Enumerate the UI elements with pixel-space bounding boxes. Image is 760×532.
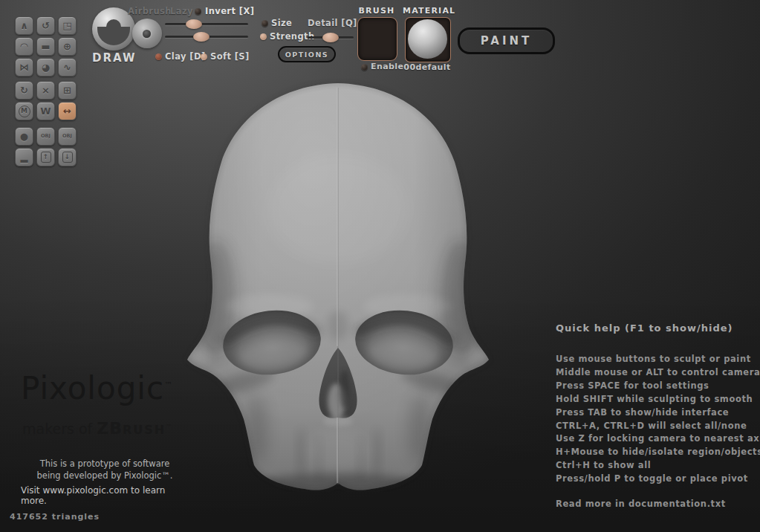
soft-label[interactable]: Soft [S] [210,51,250,62]
invert-radio[interactable] [195,8,201,15]
open-scene-button-icon: ↑ [41,152,51,163]
help-line: Press/hold P to toggle or place pivot [556,473,760,486]
save-scene-button[interactable]: ↓ [58,148,77,166]
material-sphere-icon [408,19,447,59]
pixologic-logo: Pixologic™ [21,370,173,406]
center-seam [337,88,338,484]
brush-alpha-box[interactable] [357,17,397,61]
triangle-count: 417652 triangles [10,512,100,522]
top-toolbar: DRAW Airbrush Lazy Invert [X] Size Detai… [0,0,760,82]
open-scene-button[interactable]: ↑ [36,148,55,166]
help-line: H+Mouse to hide/isolate region/objects [556,446,760,459]
import-obj-button-icon: OBJ [41,134,51,139]
brush-profile-icon [97,27,130,45]
save-scene-button-icon: ↓ [62,152,73,163]
logo-tm: ™ [164,380,173,390]
quick-help-footer: Read more in documentation.txt [556,499,760,509]
reduce-brush-tool-icon: ↻ [20,85,28,95]
strength-slider[interactable] [165,36,248,38]
detail-slider[interactable] [308,36,354,39]
brush-enable-label[interactable]: Enable [371,62,403,71]
clay-label[interactable]: Clay [D] [165,51,206,62]
soft-radio[interactable] [201,53,207,60]
clear-mesh-tool-icon: × [42,85,50,95]
help-line: Middle mouse or ALT to control camera [556,366,760,380]
help-line: CTRL+A, CTRL+D will select all/none [556,420,760,433]
quick-help-panel: Quick help (F1 to show/hide) Use mouse b… [556,322,760,509]
size-label[interactable]: Size [271,18,292,28]
symmetry-toggle-icon: ↔ [63,106,71,116]
mask-tool-icon: M [19,106,30,117]
new-sphere-button[interactable]: ● [15,127,33,146]
quick-help-title: Quick help (F1 to show/hide) [556,322,760,334]
airbrush-label[interactable]: Airbrush [128,6,172,16]
reduce-brush-tool[interactable]: ↻ [15,81,33,100]
brush-enable-radio[interactable] [361,64,368,71]
lazy-dot-icon [143,30,151,38]
size-radio[interactable] [262,20,268,27]
wireframe-toggle[interactable]: W [36,102,55,120]
lazy-brush-preview[interactable] [132,19,162,48]
grid-toggle-icon: ⊞ [63,85,71,95]
wireframe-toggle-icon: W [40,106,51,116]
skull-model[interactable] [178,79,498,492]
zbrush-tagline: makers of ZBRUSH™ [22,419,172,438]
material-box[interactable] [405,17,451,62]
app-window: ∧↺◳◠▬⊕⋈◕∿↻×⊞MW↔●OBJOBJ▂↑↓ DRAW Airbrush … [0,0,760,532]
strength-radio[interactable] [260,33,267,40]
paint-mode-button[interactable]: PAINT [458,27,555,54]
strength-slider-handle[interactable] [193,32,210,42]
help-line: Ctrl+H to show all [556,459,760,473]
lazy-label[interactable]: Lazy [170,6,193,16]
help-line: Press SPACE for tool settings [556,380,760,393]
invert-label[interactable]: Invert [X] [205,6,254,16]
material-section-title: MATERIAL [403,6,450,16]
clay-radio[interactable] [155,53,162,60]
mask-tool[interactable]: M [15,102,33,120]
export-obj-button[interactable]: OBJ [58,127,77,146]
draw-mode-label: DRAW [92,51,135,65]
material-name[interactable]: 00default [403,62,451,72]
size-slider-handle[interactable] [186,19,202,29]
visit-link[interactable]: Visit www.pixologic.com to learn more. [21,485,192,506]
size-slider[interactable] [165,23,248,25]
export-obj-button-icon: OBJ [62,134,72,139]
new-plane-button-icon: ▂ [21,152,28,162]
import-obj-button[interactable]: OBJ [36,127,55,146]
new-sphere-button-icon: ● [20,132,28,141]
detail-label[interactable]: Detail [Q] [308,18,357,28]
help-line: Press TAB to show/hide interface [556,406,760,420]
quick-help-lines: Use mouse buttons to sculpt or paintMidd… [556,353,760,486]
grid-toggle[interactable]: ⊞ [58,81,77,100]
clear-mesh-tool[interactable]: × [36,81,55,100]
detail-slider-handle[interactable] [322,33,339,42]
help-line: Use Z for locking camera to nearest axis [556,432,760,446]
options-button[interactable]: OPTIONS [278,46,336,62]
prototype-note: This is a prototype of software being de… [27,458,183,481]
help-line: Hold SHIFT while sculpting to smooth [556,393,760,406]
new-plane-button[interactable]: ▂ [15,148,33,166]
symmetry-toggle[interactable]: ↔ [58,102,77,120]
brush-section-title: BRUSH [357,6,396,16]
branding-block: Pixologic™ makers of ZBRUSH™ This is a p… [21,370,192,507]
help-line: Use mouse buttons to sculpt or paint [556,353,760,366]
